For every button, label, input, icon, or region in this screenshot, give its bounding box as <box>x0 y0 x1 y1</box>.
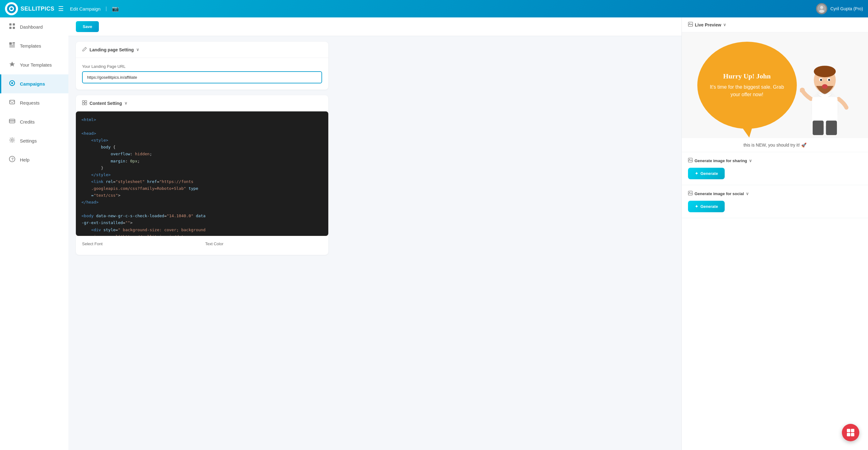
sidebar-item-your-templates[interactable]: Your Templates <box>0 55 68 74</box>
sidebar-item-requests[interactable]: Requests <box>0 93 68 112</box>
left-panel-inner: Landing page Setting ∨ Your Landing Page… <box>68 42 336 262</box>
help-icon: ? <box>9 156 16 164</box>
left-panel: Save Landing page Setting ∨ Your Landing… <box>68 18 681 450</box>
requests-icon <box>9 99 16 107</box>
code-line: overflow: hidden; <box>82 151 323 158</box>
svg-rect-9 <box>13 27 15 29</box>
user-name: Cyril Gupta (Pro) <box>830 6 863 11</box>
font-label: Select Font <box>82 242 199 246</box>
hamburger-icon[interactable]: ☰ <box>58 5 64 12</box>
sparkle-icon-2: ✦ <box>695 204 698 209</box>
code-line: </head> <box>82 199 323 206</box>
sparkle-icon: ✦ <box>695 171 698 176</box>
generate-social-button[interactable]: ✦ Generate <box>688 201 725 212</box>
sidebar-label-your-templates: Your Templates <box>20 62 52 67</box>
live-preview-label: Live Preview <box>695 22 721 27</box>
live-preview-chevron: ∨ <box>723 22 726 27</box>
content-setting-chevron: ∨ <box>124 101 127 106</box>
bubble-body: It's time for the biggest sale. Grab you… <box>706 83 788 99</box>
svg-point-2 <box>10 7 13 10</box>
code-line: <html> <box>82 116 323 123</box>
header-left: SELLITPICS ☰ Edit Campaign | 📷 <box>5 2 119 15</box>
code-editor[interactable]: <html> <head> <style> body { overflow: h… <box>76 111 328 236</box>
code-line: body { <box>82 144 323 151</box>
svg-point-35 <box>820 79 822 81</box>
sidebar: Dashboard Templates Your Templates Campa… <box>0 18 68 450</box>
url-label: Your Landing Page URL <box>82 64 322 69</box>
generate-sharing-button[interactable]: ✦ Generate <box>688 168 725 179</box>
preview-caption: this is NEW, you should try it! 🚀 <box>682 138 868 152</box>
sidebar-label-campaigns: Campaigns <box>20 81 45 86</box>
sidebar-item-credits[interactable]: Credits <box>0 112 68 131</box>
generate-social-label: Generate image for social <box>694 191 744 196</box>
svg-rect-10 <box>9 42 12 45</box>
code-line <box>82 206 323 213</box>
live-preview-section: Live Preview ∨ Hurry Up! John It's time … <box>682 18 868 152</box>
svg-rect-20 <box>9 120 15 121</box>
landing-page-chevron: ∨ <box>136 47 139 52</box>
svg-rect-40 <box>813 121 824 135</box>
generate-social-chevron: ∨ <box>746 191 749 196</box>
svg-point-17 <box>11 82 13 84</box>
image-icon <box>688 22 693 28</box>
generate-social-header[interactable]: Generate image for social ∨ <box>688 191 862 196</box>
svg-marker-15 <box>9 62 15 66</box>
code-line: </style> <box>82 171 323 178</box>
code-line: <link rel="stylesheet" href="https://fon… <box>82 178 323 185</box>
sidebar-item-settings[interactable]: Settings <box>0 131 68 150</box>
sidebar-item-help[interactable]: ? Help <box>0 150 68 169</box>
svg-rect-14 <box>9 47 15 47</box>
code-line: margin: 0px; <box>82 158 323 165</box>
font-field: Select Font <box>82 242 199 249</box>
generate-sharing-section: Generate image for sharing ∨ ✦ Generate <box>682 152 868 185</box>
generate-social-section: Generate image for social ∨ ✦ Generate <box>682 185 868 218</box>
user-avatar <box>816 3 827 14</box>
svg-point-5 <box>819 10 824 13</box>
campaigns-icon <box>9 80 16 88</box>
landing-page-url-input[interactable] <box>82 71 322 83</box>
svg-rect-25 <box>85 101 87 103</box>
svg-rect-12 <box>12 44 15 45</box>
svg-rect-47 <box>851 429 854 432</box>
generate-sharing-header[interactable]: Generate image for sharing ∨ <box>688 158 862 163</box>
code-line: <body data-new-gr-c-s-check-loaded="14.1… <box>82 213 323 219</box>
sidebar-item-dashboard[interactable]: Dashboard <box>0 18 68 36</box>
image-social-icon <box>688 191 693 196</box>
generate-sharing-label: Generate image for sharing <box>694 159 747 163</box>
svg-point-38 <box>800 88 805 93</box>
right-panel: Live Preview ∨ Hurry Up! John It's time … <box>681 18 868 450</box>
svg-text:?: ? <box>11 157 14 162</box>
svg-rect-7 <box>13 23 15 26</box>
content-setting-section: Content Setting ∨ <html> <head> <style> … <box>76 95 328 255</box>
camera-icon[interactable]: 📷 <box>112 5 119 12</box>
save-button[interactable]: Save <box>76 21 99 32</box>
color-label: Text Color <box>205 242 322 246</box>
top-action-bar: Save <box>68 18 681 36</box>
svg-rect-18 <box>10 100 14 104</box>
speech-bubble: Hurry Up! John It's time for the biggest… <box>697 42 797 129</box>
svg-point-32 <box>814 66 836 77</box>
content-setting-title: Content Setting <box>90 101 122 106</box>
pencil-icon <box>82 47 87 53</box>
color-field: Text Color <box>205 242 322 249</box>
svg-point-21 <box>11 139 13 141</box>
sidebar-label-templates: Templates <box>20 43 41 49</box>
sidebar-label-credits: Credits <box>20 119 35 124</box>
page-title: Edit Campaign <box>70 6 100 11</box>
code-line: } <box>82 165 323 171</box>
landing-page-body: Your Landing Page URL <box>76 58 328 90</box>
image-sharing-icon <box>688 158 693 163</box>
sidebar-item-campaigns[interactable]: Campaigns <box>0 74 68 93</box>
sidebar-item-templates[interactable]: Templates <box>0 36 68 55</box>
code-line: <div style=" background-size: cover; bac… <box>82 227 323 233</box>
main-layout: Dashboard Templates Your Templates Campa… <box>0 18 868 450</box>
bubble-title: Hurry Up! John <box>723 72 771 80</box>
content-setting-header[interactable]: Content Setting ∨ <box>76 95 328 111</box>
your-templates-icon <box>9 61 16 69</box>
generate-sharing-btn-label: Generate <box>701 171 718 176</box>
svg-rect-6 <box>9 23 11 26</box>
svg-rect-27 <box>85 103 87 105</box>
sidebar-label-settings: Settings <box>20 138 37 143</box>
landing-page-header[interactable]: Landing page Setting ∨ <box>76 42 328 58</box>
floating-action-button[interactable] <box>842 424 859 441</box>
